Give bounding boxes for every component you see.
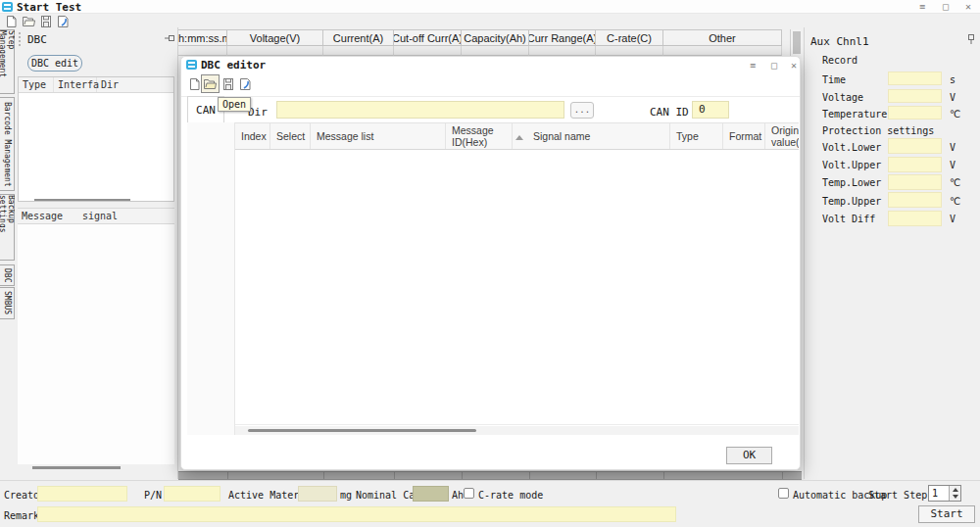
start-button[interactable]: Start <box>918 505 975 523</box>
col-message-list[interactable]: Message list <box>311 123 446 149</box>
spinner-buttons[interactable] <box>949 486 960 501</box>
col-message-id[interactable]: Message ID(Hex) <box>446 123 513 149</box>
dbc-type-table-header: Type Interfa Dir <box>19 77 173 93</box>
col-interfa: Interfa <box>54 77 97 92</box>
dialog-new-file-icon[interactable] <box>187 77 202 91</box>
can-id-input[interactable]: 0 <box>692 101 729 119</box>
dbc-message-table-body <box>18 224 174 464</box>
save-file-icon[interactable] <box>39 15 54 28</box>
col-origin-value[interactable]: Origin value( <box>765 123 799 149</box>
spin-up-icon[interactable] <box>953 488 958 492</box>
col-capacity: Capacity(Ah) <box>462 29 529 46</box>
time-unit: s <box>950 74 956 85</box>
grid-empty-row <box>178 46 782 56</box>
col-index[interactable]: Index <box>235 123 270 149</box>
active-material-input[interactable] <box>298 486 337 502</box>
dir-input[interactable] <box>276 101 564 119</box>
browse-button[interactable]: ... <box>570 102 594 119</box>
volt-diff-unit: V <box>950 214 956 224</box>
volt-upper-input[interactable] <box>888 157 942 172</box>
sort-asc-icon[interactable] <box>515 135 523 140</box>
pin-icon[interactable] <box>967 34 975 45</box>
temperature-label: Temperature <box>822 109 887 120</box>
panel-hscrollbar-thumb[interactable] <box>32 466 121 469</box>
ok-button[interactable]: OK <box>726 447 772 464</box>
new-file-icon[interactable] <box>4 15 19 28</box>
dialog-title: DBC editor <box>201 59 266 72</box>
dialog-menu-icon[interactable]: ≡ <box>745 60 760 72</box>
temp-lower-unit: ℃ <box>950 177 960 188</box>
col-select[interactable]: Select <box>270 123 311 149</box>
menu-icon[interactable]: ≡ <box>914 1 930 13</box>
col-type: Type <box>19 77 54 92</box>
dialog-table-body <box>235 150 799 425</box>
dialog-title-bar: DBC editor ≡ □ ✕ <box>181 57 800 73</box>
grid-vscrollbar[interactable] <box>790 29 802 56</box>
application-window: Start Test ≡ □ ✕ Step Management Barcode… <box>0 0 980 527</box>
dialog-app-icon <box>186 60 197 70</box>
sidebar-tab-smbus[interactable]: SMBUS <box>0 287 15 319</box>
dialog-maximize-icon[interactable]: □ <box>766 60 782 72</box>
temp-upper-unit: ℃ <box>950 196 960 207</box>
col-type[interactable]: Type <box>670 123 723 149</box>
creator-input[interactable] <box>37 486 127 502</box>
start-step-id-spinner[interactable]: 1 <box>928 485 961 502</box>
time-input[interactable] <box>888 72 942 85</box>
voltage-input[interactable] <box>888 89 942 103</box>
volt-upper-unit: V <box>950 160 956 170</box>
window-title: Start Test <box>17 1 81 14</box>
volt-diff-input[interactable] <box>888 211 942 226</box>
volt-diff-label: Volt Diff <box>822 214 875 224</box>
col-curr-range: Curr Range(A) <box>529 29 596 46</box>
app-icon <box>2 2 13 12</box>
col-signal-name[interactable]: Signal name <box>527 123 670 149</box>
dialog-open-file-icon[interactable] <box>203 77 218 91</box>
hscrollbar-thumb[interactable] <box>34 199 130 201</box>
spin-down-icon[interactable] <box>953 495 958 499</box>
aux-panel-title: Aux Chnl1 <box>810 35 869 48</box>
dbc-panel-title: DBC <box>27 33 47 46</box>
col-format[interactable]: Format <box>723 123 765 149</box>
nominal-cap-input[interactable] <box>413 486 449 502</box>
dbc-message-table-header: Message signal <box>18 208 174 224</box>
dialog-hscrollbar-thumb[interactable] <box>248 429 476 432</box>
footer: Creator P/N Active Material mg Nominal C… <box>0 480 980 527</box>
time-label: Time <box>822 74 846 85</box>
protection-section-label: Protection settings <box>822 125 934 136</box>
dialog-save-as-icon[interactable] <box>238 77 253 91</box>
temp-lower-label: Temp.Lower <box>822 177 881 188</box>
dialog-close-icon[interactable]: ✕ <box>786 60 802 72</box>
remark-input[interactable] <box>37 506 676 522</box>
c-rate-mode-checkbox[interactable] <box>464 488 474 499</box>
temp-upper-input[interactable] <box>888 192 942 208</box>
close-icon[interactable]: ✕ <box>960 1 976 13</box>
dialog-save-file-icon[interactable] <box>221 77 236 91</box>
pn-input[interactable] <box>164 486 220 502</box>
col-current: Current(A) <box>323 29 394 46</box>
sidebar-tab-step-management[interactable]: Step Management <box>0 29 15 94</box>
dbc-editor-dialog: DBC editor ≡ □ ✕ Open CAN Dir ... CAN ID… <box>180 56 801 470</box>
pin-icon[interactable] <box>165 34 175 42</box>
sidebar-tab-dbc[interactable]: DBC <box>0 264 15 286</box>
sidebar-tab-backup-settings[interactable]: Backup settings <box>0 194 15 261</box>
main-grid: h:mm:ss.ms) Voltage(V) Current(A) Cut-of… <box>178 29 804 56</box>
active-material-unit: mg <box>340 490 352 501</box>
temperature-input[interactable] <box>888 106 942 120</box>
col-other: Other <box>663 29 782 46</box>
sidebar-tab-barcode-management[interactable]: Barcode Management <box>0 97 15 191</box>
temp-lower-input[interactable] <box>888 174 942 190</box>
save-as-icon[interactable] <box>56 15 71 28</box>
nominal-cap-unit: Ah <box>452 490 464 501</box>
dialog-hscrollbar[interactable] <box>235 426 799 435</box>
dbc-type-table: Type Interfa Dir <box>18 76 174 202</box>
voltage-unit: V <box>950 92 956 103</box>
pn-label: P/N <box>144 490 162 501</box>
dialog-table-header: Index Select Message list Message ID(Hex… <box>235 122 799 150</box>
automatic-backup-checkbox[interactable] <box>778 488 789 499</box>
volt-lower-input[interactable] <box>888 138 942 154</box>
open-file-icon[interactable] <box>22 15 36 28</box>
col-voltage: Voltage(V) <box>227 29 323 46</box>
col-time: h:mm:ss.ms) <box>178 29 227 46</box>
maximize-icon[interactable]: □ <box>938 1 954 13</box>
dbc-edit-button[interactable]: DBC edit <box>27 55 82 72</box>
